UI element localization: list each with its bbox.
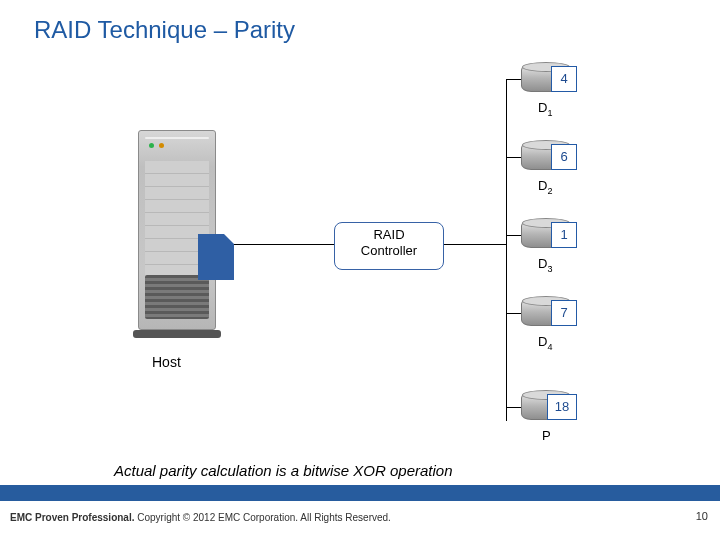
disk-d1-label: D1 [538, 100, 552, 118]
parity-caption: Actual parity calculation is a bitwise X… [114, 462, 453, 479]
disk-parity-value: 18 [547, 394, 577, 420]
disk-parity-label: P [542, 428, 551, 443]
disk-d2-icon: 6 [521, 142, 571, 170]
bus-stub-d1 [506, 79, 521, 80]
disk-d4-label: D4 [538, 334, 552, 352]
bus-stub-d3 [506, 235, 521, 236]
disk-d3-label: D3 [538, 256, 552, 274]
footer-strong: EMC Proven Professional. [10, 512, 134, 523]
host-label: Host [152, 354, 181, 370]
raid-controller-box: RAIDController [334, 222, 444, 270]
disk-d2-value: 6 [551, 144, 577, 170]
disk-d1-value: 4 [551, 66, 577, 92]
footer-rest: Copyright © 2012 EMC Corporation. All Ri… [134, 512, 390, 523]
bus-stub-d2 [506, 157, 521, 158]
disk-d1-icon: 4 [521, 64, 571, 92]
bus-stub-parity [506, 407, 521, 408]
link-controller-to-bus [444, 244, 506, 245]
drive-bus-line [506, 79, 507, 421]
page-number: 10 [696, 510, 708, 522]
disk-d4-value: 7 [551, 300, 577, 326]
footer-copyright: EMC Proven Professional. Copyright © 201… [10, 512, 391, 523]
footer-band [0, 485, 720, 501]
disk-d3-icon: 1 [521, 220, 571, 248]
link-host-to-controller [234, 244, 334, 245]
slide-title: RAID Technique – Parity [34, 16, 295, 44]
disk-d2-label: D2 [538, 178, 552, 196]
bus-stub-d4 [506, 313, 521, 314]
data-block-icon [198, 234, 234, 280]
disk-d3-value: 1 [551, 222, 577, 248]
disk-d4-icon: 7 [521, 298, 571, 326]
host-server-icon [138, 126, 216, 338]
disk-parity-icon: 18 [521, 392, 571, 420]
